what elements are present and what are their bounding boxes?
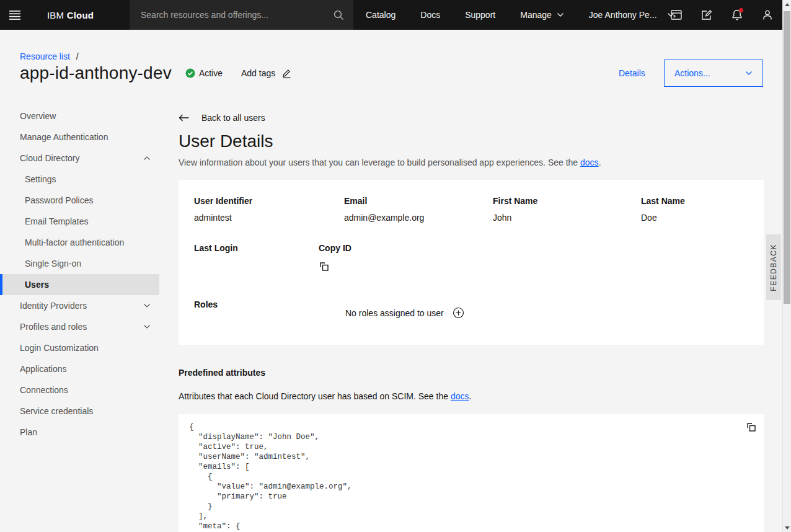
- roles-empty-text: No roles assigned to user: [345, 308, 444, 318]
- description-text: View information about your users that y…: [179, 157, 578, 167]
- last-login-label: Last Login: [194, 242, 319, 272]
- sidebar-item-settings[interactable]: Settings: [0, 169, 159, 190]
- actions-dropdown-button[interactable]: Actions...: [664, 60, 763, 87]
- triangle-down-icon: [785, 526, 790, 530]
- sidebar-item-email-templates[interactable]: Email Templates: [0, 211, 159, 232]
- sidebar-item-identity-providers[interactable]: Identity Providers: [0, 295, 159, 316]
- user-meta-row: Last Login Copy ID: [194, 242, 748, 272]
- scrollbar-down-arrow[interactable]: [783, 523, 791, 532]
- predefined-attributes-description: Attributes that each Cloud Directory use…: [179, 391, 764, 401]
- sidebar-item-label: Login Customization: [20, 343, 99, 353]
- sidebar-item-users[interactable]: Users: [0, 274, 159, 295]
- add-tags-label: Add tags: [241, 68, 275, 78]
- copy-id-button[interactable]: [319, 261, 330, 272]
- sidebar-item-single-sign-on[interactable]: Single Sign-on: [0, 253, 159, 274]
- sidebar-item-overview[interactable]: Overview: [0, 105, 159, 126]
- field-value: admintest: [194, 213, 344, 223]
- sidebar-item-service-credentials[interactable]: Service credentials: [0, 401, 159, 422]
- back-to-all-users-link[interactable]: Back to all users: [179, 112, 764, 124]
- nav-link-docs[interactable]: Docs: [408, 0, 453, 30]
- scim-json-code: { "displayName": "John Doe", "active": t…: [189, 422, 753, 531]
- status-badge: Active: [185, 68, 223, 78]
- sidebar-item-profiles-and-roles[interactable]: Profiles and roles: [0, 316, 159, 337]
- field-label: User Identifier: [194, 195, 344, 206]
- field-first-name: First Name John: [493, 195, 641, 223]
- back-link-label: Back to all users: [201, 113, 265, 123]
- nav-menu-manage[interactable]: Manage: [508, 0, 577, 30]
- page-title-row: app-id-anthony-dev Active Add tags: [20, 63, 292, 83]
- sidebar-item-label: Profiles and roles: [20, 322, 87, 332]
- sidebar-item-label: Settings: [25, 174, 56, 184]
- add-circle-icon: [453, 307, 464, 319]
- sidebar-item-password-polices[interactable]: Password Polices: [0, 190, 159, 211]
- field-label: Email: [344, 195, 493, 206]
- roles-label: Roles: [194, 299, 345, 319]
- predefined-attributes-title: Predefined attributes: [179, 368, 764, 378]
- docs-link[interactable]: docs: [580, 157, 599, 167]
- page-scrollbar[interactable]: [782, 0, 791, 532]
- field-user-identifier: User Identifier admintest: [194, 195, 344, 223]
- search-icon: [334, 10, 344, 20]
- brand-prefix: IBM: [47, 10, 64, 20]
- user-details-description: View information about your users that y…: [179, 157, 764, 167]
- triangle-up-icon: [785, 3, 790, 6]
- sidebar-item-label: Cloud Directory: [20, 153, 79, 163]
- sidebar-item-applications[interactable]: Applications: [0, 358, 159, 379]
- checkmark-filled-icon: [185, 68, 195, 78]
- field-last-name: Last Name Doe: [641, 195, 748, 223]
- add-role-button[interactable]: [453, 307, 464, 319]
- copy-code-button[interactable]: [746, 422, 757, 433]
- field-email: Email admin@example.org: [344, 195, 493, 223]
- docs-link[interactable]: docs: [451, 391, 469, 401]
- ibm-cloud-logo[interactable]: IBM Cloud: [47, 10, 94, 20]
- sidebar-item-label: Password Polices: [25, 195, 94, 205]
- feedback-tab[interactable]: FEEDBACK: [766, 234, 781, 300]
- copy-icon: [319, 261, 330, 272]
- doc-feedback-button[interactable]: [691, 0, 722, 30]
- web-terminal-icon: [671, 10, 682, 20]
- field-label: Last Name: [641, 195, 748, 206]
- service-sidebar: Overview Manage Authentication Cloud Dir…: [0, 105, 159, 443]
- web-terminal-button[interactable]: [661, 0, 691, 30]
- description-period: .: [469, 391, 471, 401]
- sidebar-item-label: Multi-factor authentication: [25, 237, 124, 247]
- nav-link-label: Manage: [520, 10, 552, 20]
- page-title: app-id-anthony-dev: [20, 63, 172, 83]
- nav-link-catalog[interactable]: Catalog: [353, 0, 408, 30]
- details-link[interactable]: Details: [619, 68, 645, 78]
- arrow-left-icon: [179, 114, 189, 122]
- nav-link-label: Support: [465, 10, 495, 20]
- sidebar-item-login-customization[interactable]: Login Customization: [0, 337, 159, 358]
- sidebar-item-connections[interactable]: Connections: [0, 379, 159, 401]
- search-button[interactable]: [324, 0, 353, 30]
- profile-button[interactable]: [752, 0, 782, 30]
- user-fields-grid: User Identifier admintest Email admin@ex…: [194, 195, 748, 223]
- search-input[interactable]: [130, 0, 324, 30]
- add-tags-button[interactable]: Add tags: [241, 68, 292, 79]
- status-badge-label: Active: [199, 68, 223, 78]
- sidebar-item-label: Overview: [20, 111, 56, 121]
- nav-link-label: Docs: [420, 10, 440, 20]
- actions-dropdown-label: Actions...: [674, 68, 710, 78]
- sidebar-item-plan[interactable]: Plan: [0, 422, 159, 443]
- user-avatar-icon: [762, 9, 773, 20]
- sidebar-item-cloud-directory[interactable]: Cloud Directory: [0, 148, 159, 169]
- notifications-button[interactable]: [722, 0, 752, 30]
- navbar-links: Catalog Docs Support Manage Joe Anthony …: [353, 0, 687, 30]
- sidebar-item-label: Applications: [20, 364, 67, 374]
- field-value: Doe: [641, 213, 748, 223]
- sidebar-item-label: Connections: [20, 385, 68, 395]
- breadcrumb-resource-list-link[interactable]: Resource list: [20, 51, 70, 61]
- main-content: Back to all users User Details View info…: [179, 112, 764, 532]
- sidebar-item-manage-authentication[interactable]: Manage Authentication: [0, 126, 159, 148]
- scrollbar-thumb[interactable]: [784, 11, 790, 304]
- chevron-down-icon: [143, 324, 151, 329]
- nav-link-support[interactable]: Support: [453, 0, 508, 30]
- description-text: Attributes that each Cloud Directory use…: [179, 391, 448, 401]
- sidebar-item-multi-factor-authentication[interactable]: Multi-factor authentication: [0, 232, 159, 253]
- sidebar-item-label: Users: [25, 280, 49, 290]
- hamburger-menu-button[interactable]: [0, 0, 30, 30]
- scrollbar-up-arrow[interactable]: [783, 0, 791, 9]
- chevron-down-icon: [143, 303, 151, 308]
- notification-badge-dot: [739, 8, 743, 12]
